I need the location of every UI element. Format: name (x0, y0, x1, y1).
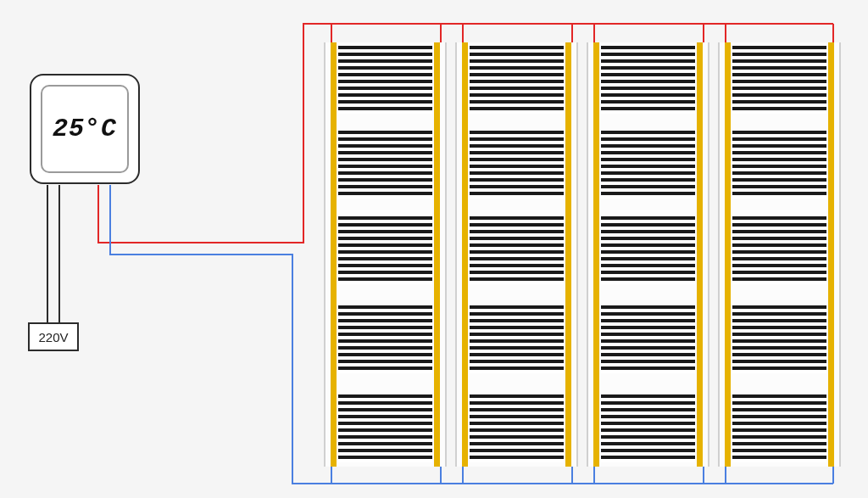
carbon-segment (732, 394, 826, 462)
carbon-segment (732, 46, 826, 114)
heating-film-panel-3 (587, 42, 709, 467)
carbon-segment (338, 216, 432, 284)
heating-film-panel-2 (455, 42, 578, 467)
carbon-segment (470, 131, 564, 199)
power-supply-box: 220V (28, 322, 79, 351)
carbon-segment (601, 216, 695, 284)
heating-film-panel-4 (718, 42, 841, 467)
carbon-core (470, 42, 564, 467)
carbon-segment (732, 131, 826, 199)
carbon-segment (470, 394, 564, 462)
wiring-diagram: 25°C 220V (0, 0, 868, 498)
busbar-right-icon (697, 42, 703, 467)
carbon-segment (601, 305, 695, 373)
carbon-segment (601, 131, 695, 199)
carbon-segment (470, 46, 564, 114)
carbon-segment (470, 216, 564, 284)
carbon-segment (338, 394, 432, 462)
busbar-right-icon (434, 42, 440, 467)
power-supply-label: 220V (38, 330, 68, 344)
carbon-segment (338, 305, 432, 373)
carbon-segment (470, 305, 564, 373)
busbar-right-icon (828, 42, 834, 467)
carbon-core (601, 42, 695, 467)
busbar-left-icon (331, 42, 337, 467)
carbon-segment (732, 305, 826, 373)
carbon-segment (601, 46, 695, 114)
carbon-segment (601, 394, 695, 462)
thermostat-reading: 25°C (53, 115, 117, 143)
carbon-segment (338, 46, 432, 114)
thermostat-screen[interactable]: 25°C (41, 85, 129, 173)
carbon-core (732, 42, 826, 467)
busbar-left-icon (593, 42, 599, 467)
carbon-segment (732, 216, 826, 284)
carbon-core (338, 42, 432, 467)
carbon-segment (338, 131, 432, 199)
busbar-right-icon (565, 42, 571, 467)
busbar-left-icon (462, 42, 468, 467)
busbar-left-icon (725, 42, 731, 467)
heating-film-panel-1 (324, 42, 447, 467)
